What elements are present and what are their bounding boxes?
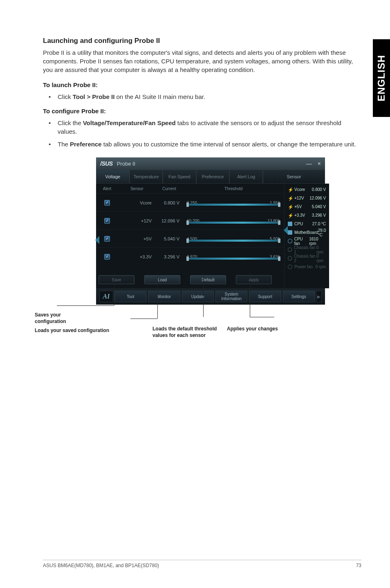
callout-applies: Applies your changes (227, 326, 296, 332)
fan-icon (288, 239, 292, 243)
menu-tool[interactable]: Tool (114, 291, 146, 302)
callout-line (114, 273, 114, 305)
alert-checkbox[interactable] (104, 200, 110, 206)
callout-loads: Loads your saved configuration (35, 328, 121, 334)
threshold-slider[interactable] (187, 222, 280, 224)
sensor-name: Vcore (118, 200, 156, 205)
slider-handle-low[interactable] (186, 238, 189, 243)
list-item: Power fan0 rpm (285, 263, 329, 271)
menu-monitor[interactable]: Monitor (148, 291, 180, 302)
threshold-slider[interactable] (187, 240, 280, 242)
fan-icon (288, 256, 292, 260)
sensor-panel-header: Sensor (263, 170, 325, 184)
list-item: CPU fan1610 rpm (285, 237, 329, 245)
chip-icon (288, 230, 292, 235)
col-alert: Alert (96, 184, 118, 193)
callout-line (203, 273, 204, 317)
menu-system-information[interactable]: System Information (215, 291, 247, 302)
sensor-row: Vcore 0.800 V 0.2501.551 (96, 193, 284, 211)
footer-page-number: 73 (356, 563, 361, 568)
sensor-list: ⚡Vcore0.800 V ⚡+12V12.096 V ⚡+5V5.040 V … (284, 184, 329, 288)
list-item: MotherBoard29.0 °C (285, 228, 329, 237)
callout-saves: Saves your configuration (35, 312, 80, 325)
default-button[interactable]: Default (190, 275, 226, 284)
bottom-toolbar: AI Tool Monitor Update System Informatio… (96, 288, 325, 305)
slider-handle-low[interactable] (186, 256, 189, 261)
bolt-icon: ⚡ (288, 196, 292, 200)
minimize-button[interactable]: — (306, 160, 312, 167)
callout-line (57, 305, 114, 306)
threshold-slider[interactable] (187, 258, 280, 260)
chip-icon (288, 222, 292, 226)
tab-row: Voltage Temperature Fan Speed Preference… (96, 170, 325, 184)
threshold-slider[interactable] (187, 204, 280, 206)
sensor-current: 0.800 V (156, 200, 183, 205)
footer-left: ASUS BM6AE(MD780), BM1AE, and BP1AE(SD78… (43, 563, 159, 568)
menu-support[interactable]: Support (249, 291, 281, 302)
ai-suite-icon[interactable]: AI (99, 291, 113, 302)
tab-preference[interactable]: Preference (196, 170, 230, 184)
col-sensor: Sensor (118, 184, 156, 193)
launch-bullet: Click Tool > Probe II on the AI Suite II… (43, 92, 361, 101)
tab-alertlog[interactable]: Alert Log (229, 170, 263, 184)
callout-line (250, 273, 250, 317)
titlebar: /SUS Probe II — × (96, 157, 325, 170)
configure-heading: To configure Probe II: (43, 108, 361, 114)
menu-update[interactable]: Update (182, 291, 214, 302)
col-threshold: Threshold (183, 184, 284, 193)
sensor-name: +3.3V (118, 254, 156, 259)
slider-handle-high[interactable] (278, 202, 280, 207)
save-button[interactable]: Save (99, 275, 134, 284)
brand-logo: /SUS (100, 160, 113, 167)
col-current: Current (156, 184, 183, 193)
list-item: Chassis fan 20 rpm (285, 254, 329, 263)
list-item: CPU27.0 °C (285, 220, 329, 228)
list-item: ⚡+5V5.040 V (285, 202, 329, 211)
alert-checkbox[interactable] (104, 254, 110, 260)
scroll-left-arrow[interactable] (95, 236, 99, 244)
tab-fanspeed[interactable]: Fan Speed (163, 170, 196, 184)
alert-checkbox[interactable] (104, 236, 110, 242)
voltage-panel: Alert Sensor Current Threshold Vcore 0.8… (96, 184, 284, 288)
load-button[interactable]: Load (144, 275, 180, 284)
list-item: ⚡+3.3V3.296 V (285, 211, 329, 220)
slider-handle-high[interactable] (278, 220, 280, 225)
tab-temperature[interactable]: Temperature (130, 170, 163, 184)
slider-handle-high[interactable] (278, 256, 280, 261)
slider-handle-high[interactable] (278, 238, 280, 243)
section-title: Launching and configuring Probe II (43, 37, 361, 45)
sensor-row: +3.3V 3.296 V 2.9703.631 (96, 247, 284, 265)
sensor-current: 3.296 V (156, 254, 183, 259)
app-window: /SUS Probe II — × Voltage Temperature Fa… (96, 157, 325, 305)
app-title: Probe II (117, 161, 136, 167)
apply-button[interactable]: Apply (236, 275, 272, 284)
slider-handle-low[interactable] (186, 220, 189, 225)
tab-voltage[interactable]: Voltage (96, 170, 130, 184)
menu-settings[interactable]: Settings (283, 291, 315, 302)
list-item: ⚡Vcore0.800 V (285, 185, 329, 194)
configure-bullet-2: The Preference tab allows you to customi… (43, 140, 361, 148)
page-footer: ASUS BM6AE(MD780), BM1AE, and BP1AE(SD78… (43, 560, 361, 568)
slider-handle-low[interactable] (186, 202, 189, 207)
sensor-name: +12V (118, 218, 156, 223)
sensor-row: +5V 5.040 V 4.5005.501 (96, 229, 284, 247)
callout-defaults: Loads the default threshold values for e… (152, 326, 218, 339)
bolt-icon: ⚡ (288, 187, 292, 192)
configure-bullet-1: Click the Voltage/Temperature/Fan Speed … (43, 119, 361, 136)
bolt-icon: ⚡ (288, 204, 292, 209)
alert-checkbox[interactable] (104, 218, 110, 224)
sensor-row: +12V 12.096 V 10.20013.801 (96, 211, 284, 229)
fan-icon (288, 265, 292, 269)
list-item: Chassis fan 10 rpm (285, 245, 329, 254)
sensor-name: +5V (118, 236, 156, 241)
close-button[interactable]: × (318, 160, 321, 167)
menu-scroll-right[interactable]: ▶ (316, 291, 322, 302)
bolt-icon: ⚡ (288, 213, 292, 218)
launch-heading: To launch Probe II: (43, 81, 361, 88)
intro-paragraph: Probe II is a utility that monitors the … (43, 48, 361, 74)
sensor-current: 12.096 V (156, 218, 183, 223)
fan-icon (288, 247, 292, 252)
scroll-right-arrow[interactable] (284, 226, 288, 234)
sensor-current: 5.040 V (156, 236, 183, 241)
list-item: ⚡+12V12.096 V (285, 194, 329, 202)
